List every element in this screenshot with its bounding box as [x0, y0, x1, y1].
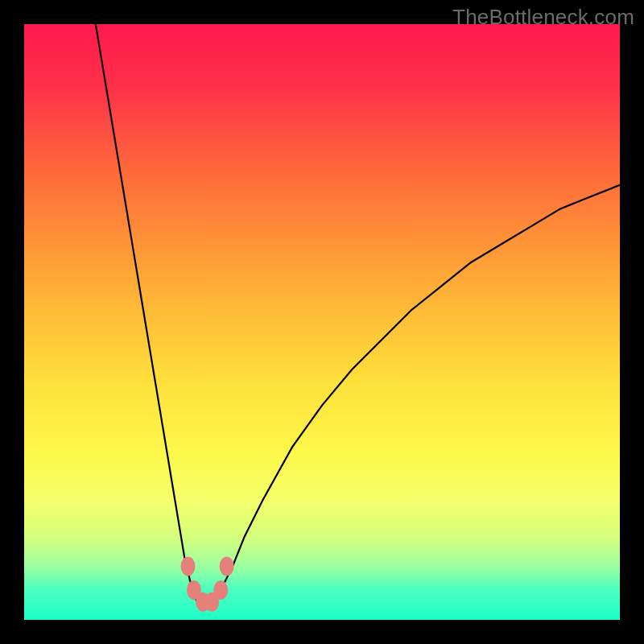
marker-dot [213, 580, 228, 600]
plot-area [24, 24, 620, 620]
chart-svg [24, 24, 620, 620]
chart-frame: TheBottleneck.com [0, 0, 644, 644]
gradient-background [24, 24, 620, 620]
marker-dot [181, 556, 196, 576]
marker-dot [220, 556, 234, 576]
